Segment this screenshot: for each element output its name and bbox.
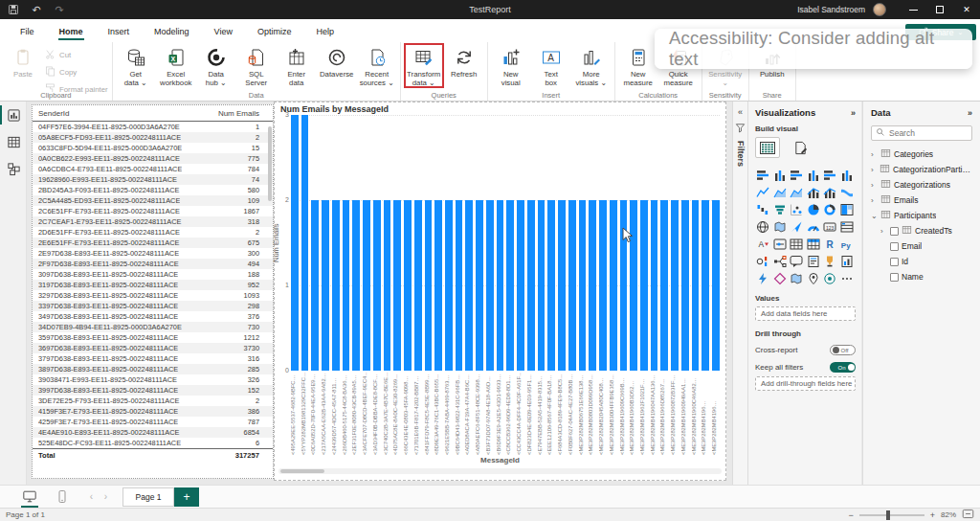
bar[interactable] xyxy=(527,200,535,371)
menu-tab-view[interactable]: View xyxy=(204,22,243,42)
bar[interactable] xyxy=(651,200,658,371)
bar[interactable] xyxy=(425,200,433,371)
matrix-icon[interactable] xyxy=(806,237,821,251)
slicer-icon[interactable] xyxy=(772,237,788,251)
field-email[interactable]: Email xyxy=(871,238,972,254)
bar[interactable] xyxy=(486,200,494,371)
table-row[interactable]: 2E97D638-E893-EE11-8925-002248111ACE300 xyxy=(33,248,273,259)
scatter-chart-icon[interactable] xyxy=(789,202,804,216)
bar[interactable] xyxy=(291,115,299,371)
bar[interactable] xyxy=(589,200,596,371)
table-row[interactable]: 0A0CB622-E993-EE11-8925-002248111ACE775 xyxy=(33,153,273,164)
chevron-right-icon[interactable]: › xyxy=(871,150,878,159)
waterfall-chart-icon[interactable] xyxy=(755,202,770,216)
mobile-layout-button[interactable] xyxy=(50,486,75,509)
bar[interactable] xyxy=(538,200,546,371)
clustered-column-chart-icon[interactable] xyxy=(806,168,821,182)
bar[interactable] xyxy=(506,200,514,371)
more-visuals-button[interactable]: More visuals ⌄ xyxy=(572,44,611,87)
table-row[interactable]: 3997D638-E893-EE11-8925-002248111ACE152 xyxy=(33,385,273,396)
bar[interactable] xyxy=(414,200,422,371)
chevron-right-icon[interactable]: › xyxy=(871,166,877,174)
clustered-bar-chart-icon[interactable] xyxy=(789,168,804,182)
search-input[interactable] xyxy=(889,128,966,138)
chevron-down-icon[interactable]: ⌄ xyxy=(871,212,878,220)
table-row[interactable]: 3DE72E25-F793-EE11-8925-002248111ACE2 xyxy=(33,396,273,406)
table-row[interactable]: 3297D638-E893-EE11-8925-002248111ACE1093 xyxy=(33,290,273,301)
collapse-pane-icon[interactable]: » xyxy=(851,108,856,118)
data-table-participants[interactable]: ⌄Participants xyxy=(871,208,972,223)
close-button[interactable]: ✕ xyxy=(953,0,980,19)
field-createdts[interactable]: ›CreatedTs xyxy=(871,223,972,238)
table-row[interactable]: 34D07EB9-4B94-EE11-8925-000D3A6A270E730 xyxy=(33,322,273,332)
azure-map-icon[interactable] xyxy=(789,219,804,234)
table-row[interactable]: 0633C8FD-5D94-EE11-8925-000D3A6A270E15 xyxy=(33,143,273,153)
zoom-slider[interactable] xyxy=(859,514,924,516)
gauge-icon[interactable] xyxy=(806,219,821,234)
sql-server-button[interactable]: SQL Server xyxy=(237,44,276,87)
table-row[interactable]: 3897D638-E893-EE11-8925-002248111ACE285 xyxy=(33,364,273,374)
bar[interactable] xyxy=(558,200,566,371)
table-row[interactable]: 2F97D638-E893-EE11-8925-002248111ACE494 xyxy=(33,259,273,269)
table-row[interactable]: 4E4AE910-E893-EE11-8925-002248111ACE6854 xyxy=(33,427,273,438)
bar[interactable] xyxy=(702,200,709,371)
card-icon[interactable]: 123 xyxy=(822,219,837,234)
pie-chart-icon[interactable] xyxy=(806,202,821,216)
smart-narrative-icon[interactable] xyxy=(806,254,821,268)
table-visual[interactable]: SenderId Num Emails 04FF57E6-3994-EE11-8… xyxy=(32,104,274,479)
next-page-icon[interactable]: › xyxy=(99,491,113,502)
model-view-button[interactable] xyxy=(0,155,27,182)
table-col-senderid[interactable]: SenderId xyxy=(38,109,69,118)
data-table-categorizationparticipa[interactable]: ›CategorizationParticipa... xyxy=(871,162,972,177)
field-id[interactable]: Id xyxy=(871,254,972,269)
bar[interactable] xyxy=(322,200,329,371)
bar[interactable] xyxy=(671,200,679,371)
menu-tab-help[interactable]: Help xyxy=(305,22,345,42)
area-chart-icon[interactable] xyxy=(772,185,788,199)
user-name[interactable]: Isabel Sandstroem xyxy=(797,5,865,14)
scorecard-icon[interactable] xyxy=(822,271,837,285)
bar[interactable] xyxy=(445,200,453,371)
cut-button[interactable]: Cut xyxy=(44,48,108,62)
chevron-right-icon[interactable]: › xyxy=(871,181,878,190)
table-row[interactable]: 4259F3E7-E793-EE11-8925-002248111ACE787 xyxy=(33,417,273,427)
bar[interactable] xyxy=(630,200,637,371)
collapse-data-pane-icon[interactable]: » xyxy=(968,108,972,118)
bar[interactable] xyxy=(465,200,473,371)
desktop-layout-button[interactable] xyxy=(17,486,42,509)
table-view-button[interactable] xyxy=(0,128,27,155)
menu-tab-optimize[interactable]: Optimize xyxy=(247,22,302,42)
undo-icon[interactable]: ↶ xyxy=(30,3,43,16)
filter-icon[interactable] xyxy=(735,123,746,135)
chart-scrollbar[interactable] xyxy=(278,468,722,474)
bar[interactable] xyxy=(517,200,524,371)
stacked-area-chart-icon[interactable] xyxy=(789,185,804,199)
bar-chart-visual[interactable]: Num Emails by MessageId Num Emails 0123 … xyxy=(274,102,726,481)
bar[interactable] xyxy=(311,200,319,371)
table-row[interactable]: 2C5A4485-ED93-EE11-8925-002248111ACE109 xyxy=(33,195,273,206)
table-row[interactable]: 2BD245A3-F093-EE11-8925-002248111ACE580 xyxy=(33,185,273,195)
line-chart-icon[interactable] xyxy=(755,185,770,199)
power-apps-icon[interactable] xyxy=(772,271,788,285)
table-row[interactable]: 3697D638-E893-EE11-8925-002248111ACE3730 xyxy=(33,343,273,353)
shape-map-icon[interactable] xyxy=(789,271,804,285)
report-view-button[interactable] xyxy=(0,102,27,128)
python-visual-icon[interactable]: Py xyxy=(839,237,855,251)
table-row[interactable]: 39038471-E993-EE11-8925-002248111ACE326 xyxy=(33,374,273,385)
stacked-bar-chart-icon[interactable] xyxy=(755,168,770,182)
previous-page-icon[interactable]: ‹ xyxy=(84,491,99,502)
table-icon[interactable] xyxy=(789,237,804,251)
zoom-slider-thumb[interactable] xyxy=(886,510,890,520)
filters-pane-title[interactable]: Filters xyxy=(736,141,746,167)
bar[interactable] xyxy=(363,200,370,371)
text-box-button[interactable]: AText box xyxy=(532,44,570,87)
bar[interactable] xyxy=(404,200,412,371)
keep-all-filters-toggle[interactable]: On xyxy=(830,362,856,373)
treemap-icon[interactable] xyxy=(839,202,855,216)
table-row[interactable]: 525E48DC-FC93-EE11-8925-002248111ACE6 xyxy=(33,438,273,448)
line-and-stacked-column-chart-icon[interactable] xyxy=(806,185,821,199)
r-script-visual-icon[interactable]: R xyxy=(822,237,837,251)
multi-row-card-icon[interactable] xyxy=(839,219,855,234)
field-checkbox[interactable] xyxy=(890,258,899,266)
field-checkbox[interactable] xyxy=(890,273,899,282)
